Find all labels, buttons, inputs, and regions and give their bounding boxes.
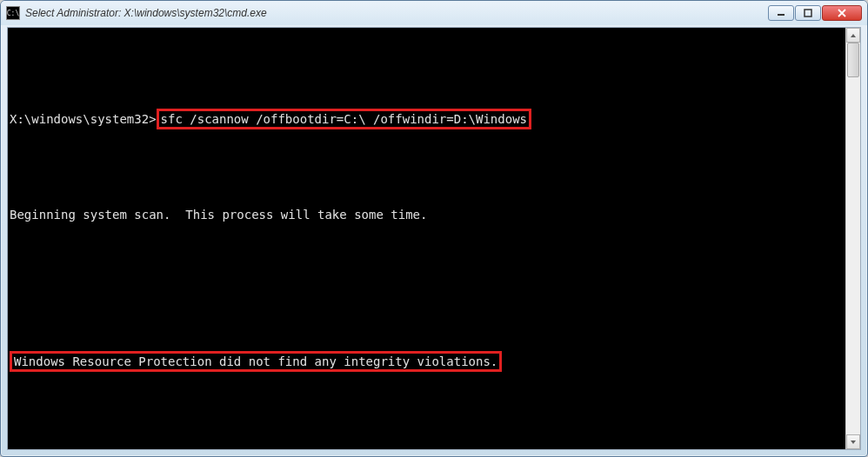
close-button[interactable]: [822, 5, 862, 21]
terminal-line: [10, 405, 845, 421]
terminal-output[interactable]: X:\windows\system32>sfc /scannow /offboo…: [8, 28, 845, 449]
scroll-thumb[interactable]: [847, 43, 859, 77]
output-text: Beginning system scan. This process will…: [10, 208, 427, 222]
output-text: Windows Resource Protection did not find…: [14, 354, 497, 368]
scroll-down-button[interactable]: [846, 434, 860, 449]
terminal-line: Beginning system scan. This process will…: [10, 207, 845, 222]
highlight-annotation: Windows Resource Protection did not find…: [10, 351, 502, 372]
svg-rect-0: [778, 14, 785, 16]
vertical-scrollbar[interactable]: [845, 28, 860, 449]
prompt-text: X:\windows\system32>: [10, 112, 157, 126]
svg-rect-1: [805, 10, 811, 17]
terminal-line: Windows Resource Protection did not find…: [10, 349, 845, 374]
chevron-down-icon: [850, 440, 857, 445]
scroll-track[interactable]: [846, 43, 860, 434]
highlight-annotation: sfc /scannow /offbootdir=C:\ /offwindir=…: [157, 109, 531, 129]
minimize-button[interactable]: [768, 5, 794, 21]
window-controls: [768, 5, 862, 21]
terminal-line: [10, 63, 845, 78]
maximize-icon: [804, 9, 812, 17]
scroll-up-button[interactable]: [846, 28, 860, 43]
terminal-line: X:\windows\system32>sfc /scannow /offboo…: [10, 110, 845, 128]
minimize-icon: [777, 9, 785, 17]
close-icon: [837, 9, 847, 17]
app-icon: C:\: [6, 6, 20, 20]
application-window: C:\ Select Administrator: X:\windows\sys…: [0, 0, 868, 457]
client-area: X:\windows\system32>sfc /scannow /offboo…: [7, 27, 861, 450]
window-title: Select Administrator: X:\windows\system3…: [25, 7, 768, 19]
terminal-line: [10, 160, 845, 176]
command-text: sfc /scannow /offbootdir=C:\ /offwindir=…: [161, 112, 527, 126]
titlebar[interactable]: C:\ Select Administrator: X:\windows\sys…: [1, 1, 867, 25]
maximize-button[interactable]: [795, 5, 821, 21]
chevron-up-icon: [850, 33, 857, 38]
terminal-line: [10, 255, 845, 270]
terminal-line: [10, 301, 845, 317]
